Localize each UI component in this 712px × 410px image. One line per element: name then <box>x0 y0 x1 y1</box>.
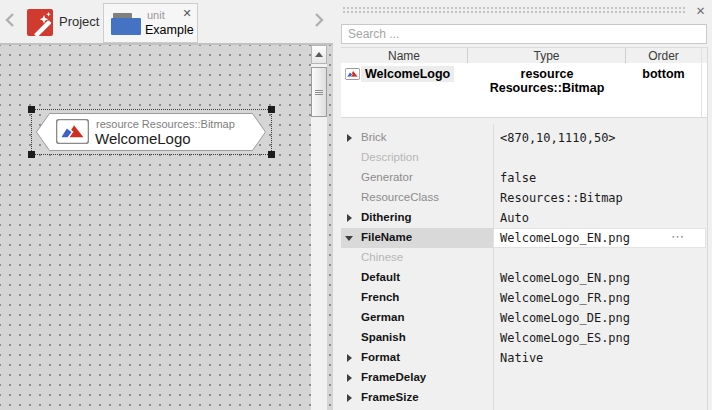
row-order-cell: bottom <box>626 67 701 81</box>
scrollbar-grip-icon <box>315 90 323 95</box>
panel-drag-grip[interactable] <box>342 6 686 14</box>
widget-type-label: resource Resources::Bitmap <box>96 118 235 130</box>
panel-right-divider <box>707 47 708 410</box>
app-logo-icon[interactable] <box>27 9 53 36</box>
property-value[interactable]: Native <box>500 351 543 365</box>
widget-name-label: WelcomeLogo <box>95 130 191 147</box>
property-grid: Brick <870,10,1110,50> Description Gener… <box>341 124 708 410</box>
row-type-cell: resource Resources::Bitmap <box>468 67 626 95</box>
property-row-chinese[interactable]: Chinese <box>341 248 708 268</box>
table-row[interactable]: WelcomeLogo resource Resources::Bitmap b… <box>341 65 708 83</box>
scrollbar-thumb[interactable] <box>311 67 327 117</box>
collapse-arrow-icon[interactable] <box>345 236 353 241</box>
scroll-tabs-right-icon[interactable] <box>312 11 326 29</box>
property-label: German <box>361 311 404 323</box>
table-right-divider <box>701 47 702 118</box>
bitmap-icon <box>345 68 360 80</box>
column-header-type[interactable]: Type <box>468 48 626 63</box>
tab-close-icon[interactable]: ✕ <box>180 6 194 20</box>
property-row-spanish[interactable]: Spanish WelcomeLogo_ES.png <box>341 328 708 348</box>
property-value[interactable]: Auto <box>500 211 529 225</box>
property-row-default[interactable]: Default WelcomeLogo_EN.png <box>341 268 708 288</box>
property-row-french[interactable]: French WelcomeLogo_FR.png <box>341 288 708 308</box>
table-body: WelcomeLogo resource Resources::Bitmap b… <box>341 63 708 118</box>
expand-arrow-icon[interactable] <box>347 214 352 222</box>
property-row-framesize[interactable]: FrameSize <box>341 388 708 408</box>
property-label: Brick <box>361 131 387 143</box>
property-label: Chinese <box>361 251 403 263</box>
scrollbar-up-button[interactable] <box>311 45 327 64</box>
search-input[interactable] <box>341 24 707 44</box>
project-button[interactable]: Project <box>59 14 99 29</box>
tab-unit-example[interactable]: unit Example ✕ <box>103 3 198 43</box>
property-row-german[interactable]: German WelcomeLogo_DE.png <box>341 308 708 328</box>
members-table: Name Type Order WelcomeLogo resource Res… <box>341 47 708 119</box>
property-value[interactable]: <870,10,1110,50> <box>500 131 616 145</box>
selection-handle-bottom-right[interactable] <box>268 151 275 158</box>
property-label: Format <box>361 351 400 363</box>
property-row-generator[interactable]: Generator false <box>341 168 708 188</box>
property-row-framedelay[interactable]: FrameDelay <box>341 368 708 388</box>
table-header: Name Type Order <box>341 47 708 63</box>
property-label: Default <box>361 271 400 283</box>
property-label: Dithering <box>361 211 411 223</box>
expand-arrow-icon[interactable] <box>347 354 352 362</box>
property-label: Description <box>361 151 419 163</box>
property-label: Generator <box>361 171 413 183</box>
canvas-vertical-scrollbar[interactable] <box>311 45 327 410</box>
column-header-order[interactable]: Order <box>626 48 701 63</box>
property-label: FrameSize <box>361 391 419 403</box>
scroll-tabs-left-icon[interactable] <box>3 11 17 29</box>
tab-kind-label: unit <box>147 9 165 21</box>
property-value[interactable]: false <box>500 171 536 185</box>
browse-file-button[interactable]: ⋯ <box>666 229 690 247</box>
expand-arrow-icon[interactable] <box>347 394 352 402</box>
bitmap-resource-widget[interactable]: resource Resources::Bitmap WelcomeLogo <box>36 113 266 151</box>
bitmap-icon <box>56 119 89 144</box>
property-label: FrameDelay <box>361 371 426 383</box>
tab-strip: Project unit Example ✕ <box>0 0 333 43</box>
unit-folder-icon <box>111 13 142 36</box>
column-header-name[interactable]: Name <box>341 48 468 63</box>
property-row-filename[interactable]: FileName WelcomeLogo_EN.png ⋯ <box>341 228 708 248</box>
tab-title-label: Example <box>145 23 194 37</box>
property-row-description[interactable]: Description <box>341 148 708 168</box>
property-row-resourceclass[interactable]: ResourceClass Resources::Bitmap <box>341 188 708 208</box>
property-row-dithering[interactable]: Dithering Auto <box>341 208 708 228</box>
property-value[interactable]: WelcomeLogo_EN.png <box>500 231 630 245</box>
property-label: FileName <box>361 231 412 243</box>
selection-handle-top-right[interactable] <box>268 106 275 113</box>
property-value[interactable]: WelcomeLogo_EN.png <box>500 271 630 285</box>
property-value[interactable]: Resources::Bitmap <box>500 191 623 205</box>
expand-arrow-icon[interactable] <box>347 134 352 142</box>
selection-handle-bottom-left[interactable] <box>28 151 35 158</box>
selection-handle-top-left[interactable] <box>28 106 35 113</box>
row-name-cell[interactable]: WelcomeLogo <box>361 66 454 82</box>
property-label: ResourceClass <box>361 191 439 203</box>
property-label: Spanish <box>361 331 406 343</box>
property-value[interactable]: WelcomeLogo_FR.png <box>500 291 630 305</box>
property-row-brick[interactable]: Brick <870,10,1110,50> <box>341 128 708 148</box>
property-label: French <box>361 291 399 303</box>
up-arrow-icon <box>315 52 323 57</box>
property-value[interactable]: WelcomeLogo_ES.png <box>500 331 630 345</box>
property-value[interactable]: WelcomeLogo_DE.png <box>500 311 630 325</box>
property-row-format[interactable]: Format Native <box>341 348 708 368</box>
panel-close-icon[interactable]: ✕ <box>693 3 708 18</box>
composer-canvas[interactable]: resource Resources::Bitmap WelcomeLogo <box>0 43 333 410</box>
expand-arrow-icon[interactable] <box>347 374 352 382</box>
